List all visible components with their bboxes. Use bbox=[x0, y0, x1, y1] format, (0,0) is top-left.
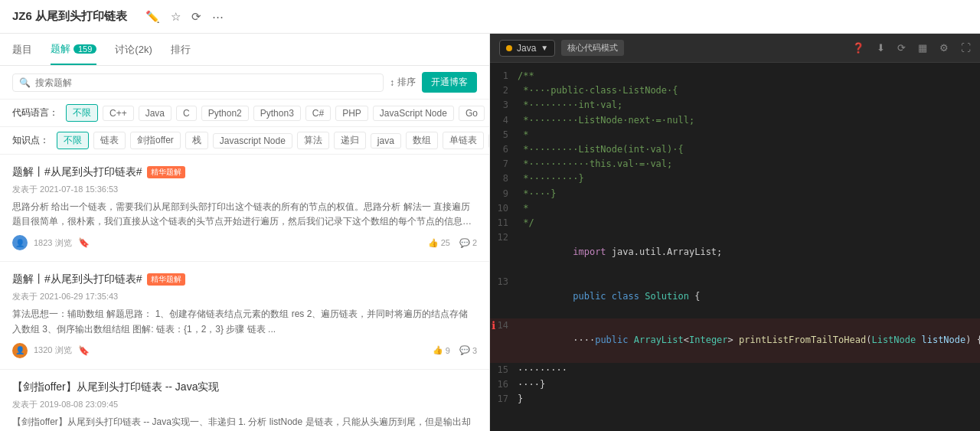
code-line-10: 10 * bbox=[490, 201, 980, 216]
solutions-count-badge: 159 bbox=[74, 44, 96, 54]
code-content[interactable]: 1 /** 2 *····public·class·ListNode·{ 3 *… bbox=[490, 63, 980, 431]
sort-icon: ↕ bbox=[390, 77, 394, 88]
code-tools: ❓ ⬇ ⟳ ▦ ⚙ ⛶ bbox=[852, 42, 971, 54]
save-icon: 🔖 bbox=[78, 345, 90, 356]
lang-tag-c[interactable]: C bbox=[176, 106, 197, 121]
point-tag-all[interactable]: 不限 bbox=[57, 132, 89, 149]
post-footer: 👤 1823 浏览 🔖 👍 25 💬 2 bbox=[12, 235, 477, 250]
language-label: Java bbox=[517, 43, 536, 54]
post-content: 【剑指offer】从尾到头打印链表 -- Java实现一、非递归 1. 分析 l… bbox=[12, 415, 477, 431]
code-toolbar: Java ▼ 核心代码模式 ❓ ⬇ ⟳ ▦ ⚙ ⛶ bbox=[490, 34, 980, 63]
lang-tag-python2[interactable]: Python2 bbox=[201, 106, 249, 121]
download-icon[interactable]: ⬇ bbox=[877, 42, 885, 54]
code-line-16: 16 ····} bbox=[490, 377, 980, 392]
layout-icon[interactable]: ▦ bbox=[918, 42, 927, 54]
lang-tag-cpp[interactable]: C++ bbox=[103, 106, 134, 121]
post-date: 发表于 2021-07-18 15:36:53 bbox=[12, 184, 477, 195]
lang-tag-php[interactable]: PHP bbox=[335, 106, 368, 121]
code-line-2: 2 *····public·class·ListNode·{ bbox=[490, 83, 980, 98]
tab-solutions[interactable]: 题解 159 bbox=[51, 34, 96, 65]
lang-tag-jsnode[interactable]: JavaScript Node bbox=[373, 106, 454, 121]
point-tag-jsnode[interactable]: Javascript Node bbox=[213, 133, 292, 149]
reload-icon[interactable]: ⟳ bbox=[897, 42, 906, 54]
lang-filter-row: 代码语言： 不限 C++ Java C Python2 Python3 C# P… bbox=[0, 100, 489, 127]
code-line-3: 3 *·········int·val; bbox=[490, 98, 980, 113]
lang-filter-label: 代码语言： bbox=[12, 106, 58, 119]
point-tag-stack[interactable]: 栈 bbox=[185, 132, 208, 149]
code-line-13: 13 public class Solution { bbox=[490, 275, 980, 319]
point-tag-single-list[interactable]: 单链表 bbox=[443, 132, 484, 149]
post-title: 题解丨#从尾到头打印链表# 精华题解 bbox=[12, 273, 477, 286]
post-date: 发表于 2021-06-29 17:35:43 bbox=[12, 291, 477, 302]
point-filter-label: 知识点： bbox=[12, 134, 49, 147]
code-line-9: 9 *····} bbox=[490, 187, 980, 201]
star-icon[interactable]: ☆ bbox=[171, 10, 181, 24]
point-tag-jzoffer[interactable]: 剑指offer bbox=[130, 132, 181, 149]
language-selector[interactable]: Java ▼ bbox=[499, 40, 555, 57]
search-input[interactable] bbox=[35, 77, 377, 88]
code-line-8: 8 *·········} bbox=[490, 171, 980, 186]
code-line-4: 4 *·········ListNode·next·=·null; bbox=[490, 113, 980, 128]
point-tag-recursion[interactable]: 递归 bbox=[334, 132, 366, 149]
comment-button[interactable]: 💬 2 bbox=[459, 238, 477, 248]
point-tag-array[interactable]: 数组 bbox=[406, 132, 438, 149]
solutions-toolbar: 🔍 ↕ 排序 开通博客 bbox=[0, 66, 489, 100]
header-icons: ✏️ ☆ ⟳ ⋯ bbox=[145, 10, 224, 24]
post-content: 算法思想一：辅助数组 解题思路： 1、创建存储链表结点元素的数组 res 2、遍… bbox=[12, 307, 477, 336]
interaction-bar: 👍 25 💬 2 bbox=[428, 238, 477, 248]
comment-button[interactable]: 💬 3 bbox=[459, 345, 477, 355]
left-panel: 题目 题解 159 讨论(2k) 排行 🔍 ↕ 排序 开通博客 bbox=[0, 34, 490, 431]
lang-tag-python3[interactable]: Python3 bbox=[253, 106, 301, 121]
list-item: 题解丨#从尾到头打印链表# 精华题解 发表于 2021-06-29 17:35:… bbox=[0, 262, 489, 369]
tab-discuss[interactable]: 讨论(2k) bbox=[115, 34, 152, 65]
lang-tag-all[interactable]: 不限 bbox=[66, 104, 98, 122]
view-count: 1320 浏览 bbox=[34, 344, 72, 356]
view-count: 1823 浏览 bbox=[34, 237, 72, 249]
tab-bar: 题目 题解 159 讨论(2k) 排行 bbox=[0, 34, 489, 66]
elite-badge: 精华题解 bbox=[147, 273, 185, 286]
post-title: 【剑指offer】从尾到头打印链表 -- Java实现 bbox=[12, 380, 477, 394]
code-line-14: ℹ 14 ····public ArrayList<Integer> print… bbox=[490, 318, 980, 363]
fullscreen-icon[interactable]: ⛶ bbox=[961, 42, 971, 54]
lang-tag-go[interactable]: Go bbox=[459, 106, 485, 121]
lang-tag-csharp[interactable]: C# bbox=[305, 106, 331, 121]
settings-icon[interactable]: ⚙ bbox=[939, 42, 949, 54]
code-editor-panel: Java ▼ 核心代码模式 ❓ ⬇ ⟳ ▦ ⚙ ⛶ 1 /** 2 *··· bbox=[490, 34, 980, 431]
blog-button[interactable]: 开通博客 bbox=[422, 72, 477, 93]
list-item: 题解丨#从尾到头打印链表# 精华题解 发表于 2021-07-18 15:36:… bbox=[0, 155, 489, 262]
tab-questions[interactable]: 题目 bbox=[12, 34, 32, 65]
sort-button[interactable]: ↕ 排序 bbox=[390, 76, 416, 89]
point-filter-row: 知识点： 不限 链表 剑指offer 栈 Javascript Node 算法 … bbox=[0, 127, 489, 155]
code-line-5: 5 * bbox=[490, 128, 980, 142]
code-line-6: 6 *·········ListNode(int·val)·{ bbox=[490, 142, 980, 157]
post-date: 发表于 2019-08-08 23:09:45 bbox=[12, 399, 477, 410]
code-line-17: 17 } bbox=[490, 392, 980, 407]
list-item: 【剑指offer】从尾到头打印链表 -- Java实现 发表于 2019-08-… bbox=[0, 370, 489, 431]
code-line-11: 11 */ bbox=[490, 216, 980, 230]
edit-icon[interactable]: ✏️ bbox=[145, 10, 160, 24]
tab-ranking[interactable]: 排行 bbox=[171, 34, 191, 65]
save-icon: 🔖 bbox=[78, 237, 90, 248]
main-layout: 题目 题解 159 讨论(2k) 排行 🔍 ↕ 排序 开通博客 bbox=[0, 34, 980, 431]
avatar: 👤 bbox=[12, 343, 28, 358]
mode-button[interactable]: 核心代码模式 bbox=[561, 40, 624, 56]
more-icon[interactable]: ⋯ bbox=[212, 10, 224, 24]
point-tag-java[interactable]: java bbox=[371, 133, 401, 149]
post-title: 题解丨#从尾到头打印链表# 精华题解 bbox=[12, 165, 477, 179]
elite-badge: 精华题解 bbox=[147, 166, 185, 178]
chevron-down-icon: ▼ bbox=[541, 44, 548, 52]
lang-dot bbox=[506, 45, 512, 51]
code-line-15: 15 ········· bbox=[490, 363, 980, 377]
point-tag-algo[interactable]: 算法 bbox=[297, 132, 329, 149]
search-box[interactable]: 🔍 bbox=[12, 73, 384, 92]
lang-tag-java[interactable]: Java bbox=[139, 106, 172, 121]
top-bar: JZ6 从尾到头打印链表 ✏️ ☆ ⟳ ⋯ bbox=[0, 0, 980, 34]
help-icon[interactable]: ❓ bbox=[852, 42, 864, 54]
code-line-12: 12 import java.util.ArrayList; bbox=[490, 230, 980, 275]
search-icon: 🔍 bbox=[19, 77, 31, 88]
code-line-7: 7 *···········this.val·=·val; bbox=[490, 157, 980, 171]
like-button[interactable]: 👍 9 bbox=[433, 345, 450, 355]
refresh-icon[interactable]: ⟳ bbox=[191, 10, 201, 24]
like-button[interactable]: 👍 25 bbox=[428, 238, 450, 248]
point-tag-linked-list[interactable]: 链表 bbox=[93, 132, 126, 149]
